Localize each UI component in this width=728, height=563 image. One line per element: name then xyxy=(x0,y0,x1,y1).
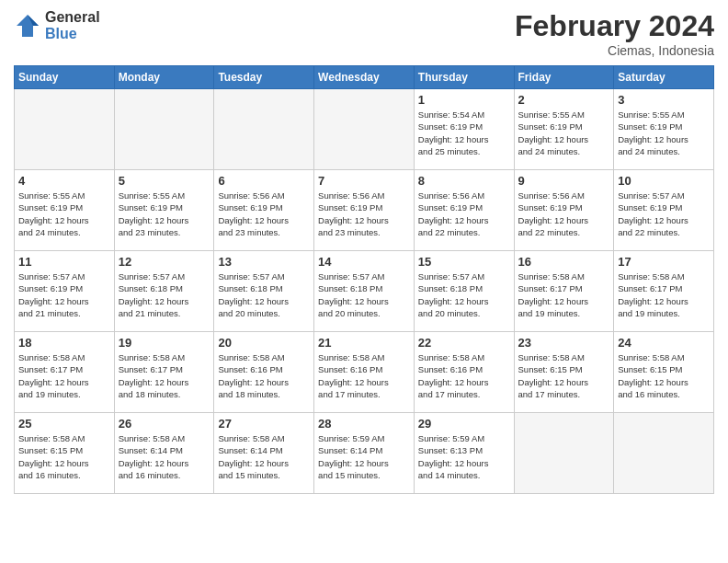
calendar-cell: 24Sunrise: 5:58 AM Sunset: 6:15 PM Dayli… xyxy=(614,332,714,413)
day-info: Sunrise: 5:57 AM Sunset: 6:19 PM Dayligh… xyxy=(618,190,710,238)
day-info: Sunrise: 5:55 AM Sunset: 6:19 PM Dayligh… xyxy=(119,190,210,238)
calendar-cell: 9Sunrise: 5:56 AM Sunset: 6:19 PM Daylig… xyxy=(514,170,614,251)
day-info: Sunrise: 5:57 AM Sunset: 6:18 PM Dayligh… xyxy=(418,270,510,319)
calendar-cell: 3Sunrise: 5:55 AM Sunset: 6:19 PM Daylig… xyxy=(614,89,714,170)
day-info: Sunrise: 5:58 AM Sunset: 6:15 PM Dayligh… xyxy=(18,432,110,481)
day-info: Sunrise: 5:56 AM Sunset: 6:19 PM Dayligh… xyxy=(518,190,610,238)
calendar-cell: 7Sunrise: 5:56 AM Sunset: 6:19 PM Daylig… xyxy=(314,170,415,251)
calendar-cell: 29Sunrise: 5:59 AM Sunset: 6:13 PM Dayli… xyxy=(414,413,514,494)
day-number: 13 xyxy=(218,255,310,269)
col-header-saturday: Saturday xyxy=(614,66,714,89)
col-header-tuesday: Tuesday xyxy=(214,66,314,89)
calendar-cell: 14Sunrise: 5:57 AM Sunset: 6:18 PM Dayli… xyxy=(314,251,415,332)
day-number: 15 xyxy=(418,255,510,269)
calendar-cell: 25Sunrise: 5:58 AM Sunset: 6:15 PM Dayli… xyxy=(15,413,115,494)
calendar-cell xyxy=(214,89,314,170)
day-number: 8 xyxy=(418,174,510,188)
calendar-cell: 6Sunrise: 5:56 AM Sunset: 6:19 PM Daylig… xyxy=(214,170,314,251)
calendar-cell: 28Sunrise: 5:59 AM Sunset: 6:14 PM Dayli… xyxy=(314,413,415,494)
day-number: 29 xyxy=(418,417,510,431)
calendar-cell: 17Sunrise: 5:58 AM Sunset: 6:17 PM Dayli… xyxy=(614,251,714,332)
day-number: 7 xyxy=(318,174,410,188)
month-title: February 2024 xyxy=(515,9,714,43)
logo: General Blue xyxy=(14,9,100,41)
calendar-cell xyxy=(614,413,714,494)
day-number: 17 xyxy=(618,255,710,269)
logo-icon xyxy=(14,12,41,40)
day-number: 16 xyxy=(518,255,610,269)
day-number: 4 xyxy=(18,174,110,188)
day-info: Sunrise: 5:58 AM Sunset: 6:15 PM Dayligh… xyxy=(618,351,710,400)
day-info: Sunrise: 5:58 AM Sunset: 6:14 PM Dayligh… xyxy=(218,432,310,481)
day-number: 6 xyxy=(218,174,310,188)
day-info: Sunrise: 5:58 AM Sunset: 6:17 PM Dayligh… xyxy=(518,270,610,319)
day-info: Sunrise: 5:57 AM Sunset: 6:18 PM Dayligh… xyxy=(218,270,310,319)
day-number: 28 xyxy=(318,417,410,431)
day-info: Sunrise: 5:57 AM Sunset: 6:19 PM Dayligh… xyxy=(18,270,110,319)
calendar-cell: 11Sunrise: 5:57 AM Sunset: 6:19 PM Dayli… xyxy=(15,251,115,332)
day-info: Sunrise: 5:56 AM Sunset: 6:19 PM Dayligh… xyxy=(318,190,410,238)
calendar-cell: 20Sunrise: 5:58 AM Sunset: 6:16 PM Dayli… xyxy=(214,332,314,413)
calendar-cell xyxy=(314,89,415,170)
logo-text: General Blue xyxy=(45,9,100,41)
calendar-cell: 23Sunrise: 5:58 AM Sunset: 6:15 PM Dayli… xyxy=(514,332,614,413)
calendar-cell: 12Sunrise: 5:57 AM Sunset: 6:18 PM Dayli… xyxy=(114,251,214,332)
calendar-cell: 15Sunrise: 5:57 AM Sunset: 6:18 PM Dayli… xyxy=(414,251,514,332)
calendar-cell: 10Sunrise: 5:57 AM Sunset: 6:19 PM Dayli… xyxy=(614,170,714,251)
day-info: Sunrise: 5:58 AM Sunset: 6:14 PM Dayligh… xyxy=(119,432,210,481)
day-info: Sunrise: 5:55 AM Sunset: 6:19 PM Dayligh… xyxy=(518,109,610,157)
col-header-sunday: Sunday xyxy=(15,66,115,89)
calendar-cell: 18Sunrise: 5:58 AM Sunset: 6:17 PM Dayli… xyxy=(15,332,115,413)
calendar-cell: 2Sunrise: 5:55 AM Sunset: 6:19 PM Daylig… xyxy=(514,89,614,170)
day-info: Sunrise: 5:58 AM Sunset: 6:15 PM Dayligh… xyxy=(518,351,610,400)
day-info: Sunrise: 5:58 AM Sunset: 6:17 PM Dayligh… xyxy=(18,351,110,400)
day-number: 23 xyxy=(518,336,610,350)
day-info: Sunrise: 5:55 AM Sunset: 6:19 PM Dayligh… xyxy=(18,190,110,238)
day-number: 18 xyxy=(18,336,110,350)
logo-blue: Blue xyxy=(45,26,100,42)
day-number: 24 xyxy=(618,336,710,350)
day-info: Sunrise: 5:54 AM Sunset: 6:19 PM Dayligh… xyxy=(418,109,510,157)
calendar-cell: 22Sunrise: 5:58 AM Sunset: 6:16 PM Dayli… xyxy=(414,332,514,413)
calendar-cell: 16Sunrise: 5:58 AM Sunset: 6:17 PM Dayli… xyxy=(514,251,614,332)
calendar-cell: 19Sunrise: 5:58 AM Sunset: 6:17 PM Dayli… xyxy=(114,332,214,413)
col-header-thursday: Thursday xyxy=(414,66,514,89)
day-number: 25 xyxy=(18,417,110,431)
day-number: 27 xyxy=(218,417,310,431)
calendar-cell: 1Sunrise: 5:54 AM Sunset: 6:19 PM Daylig… xyxy=(414,89,514,170)
calendar-cell xyxy=(114,89,214,170)
day-info: Sunrise: 5:58 AM Sunset: 6:17 PM Dayligh… xyxy=(618,270,710,319)
day-info: Sunrise: 5:57 AM Sunset: 6:18 PM Dayligh… xyxy=(318,270,410,319)
day-number: 14 xyxy=(318,255,410,269)
day-info: Sunrise: 5:57 AM Sunset: 6:18 PM Dayligh… xyxy=(119,270,210,319)
day-info: Sunrise: 5:58 AM Sunset: 6:17 PM Dayligh… xyxy=(119,351,210,400)
col-header-wednesday: Wednesday xyxy=(314,66,415,89)
day-number: 3 xyxy=(618,93,710,107)
location: Ciemas, Indonesia xyxy=(515,43,714,58)
day-info: Sunrise: 5:58 AM Sunset: 6:16 PM Dayligh… xyxy=(418,351,510,400)
calendar-cell: 27Sunrise: 5:58 AM Sunset: 6:14 PM Dayli… xyxy=(214,413,314,494)
calendar-cell: 5Sunrise: 5:55 AM Sunset: 6:19 PM Daylig… xyxy=(114,170,214,251)
day-number: 20 xyxy=(218,336,310,350)
calendar-cell: 26Sunrise: 5:58 AM Sunset: 6:14 PM Dayli… xyxy=(114,413,214,494)
calendar-cell: 21Sunrise: 5:58 AM Sunset: 6:16 PM Dayli… xyxy=(314,332,415,413)
day-number: 9 xyxy=(518,174,610,188)
day-number: 10 xyxy=(618,174,710,188)
day-number: 2 xyxy=(518,93,610,107)
col-header-friday: Friday xyxy=(514,66,614,89)
day-number: 11 xyxy=(18,255,110,269)
calendar-cell: 8Sunrise: 5:56 AM Sunset: 6:19 PM Daylig… xyxy=(414,170,514,251)
day-number: 22 xyxy=(418,336,510,350)
day-info: Sunrise: 5:58 AM Sunset: 6:16 PM Dayligh… xyxy=(318,351,410,400)
day-number: 19 xyxy=(119,336,210,350)
day-info: Sunrise: 5:59 AM Sunset: 6:14 PM Dayligh… xyxy=(318,432,410,481)
calendar-cell: 4Sunrise: 5:55 AM Sunset: 6:19 PM Daylig… xyxy=(15,170,115,251)
day-number: 21 xyxy=(318,336,410,350)
calendar-cell xyxy=(15,89,115,170)
title-block: February 2024 Ciemas, Indonesia xyxy=(515,9,714,58)
calendar-cell: 13Sunrise: 5:57 AM Sunset: 6:18 PM Dayli… xyxy=(214,251,314,332)
day-info: Sunrise: 5:56 AM Sunset: 6:19 PM Dayligh… xyxy=(418,190,510,238)
day-number: 26 xyxy=(119,417,210,431)
day-info: Sunrise: 5:55 AM Sunset: 6:19 PM Dayligh… xyxy=(618,109,710,157)
day-number: 12 xyxy=(119,255,210,269)
